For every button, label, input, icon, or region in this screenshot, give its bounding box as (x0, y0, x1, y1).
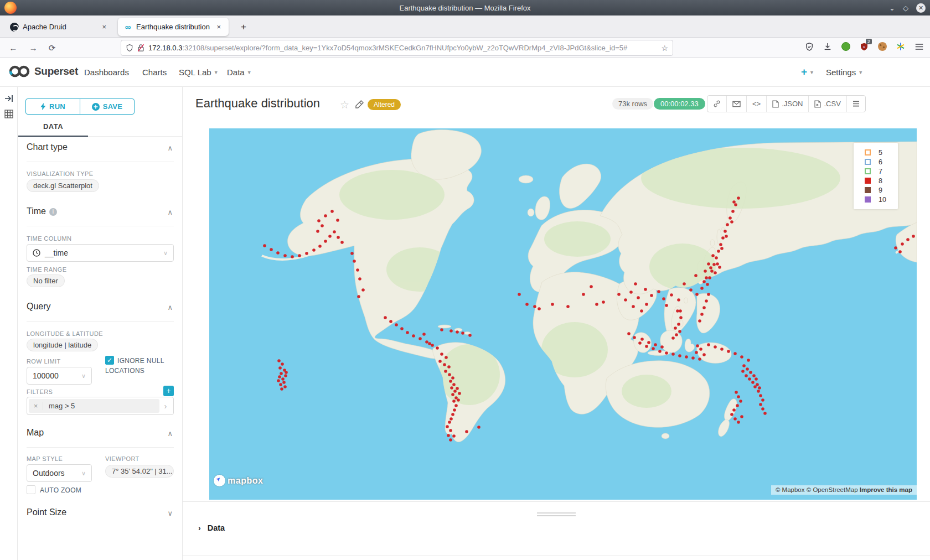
legend-swatch (865, 187, 871, 193)
map-canvas[interactable]: 5678910 mapbox © Mapbox © OpenStreetMap … (209, 128, 917, 500)
remove-filter-icon[interactable]: × (29, 402, 43, 410)
legend-item[interactable]: 7 (865, 167, 898, 176)
viewport-value[interactable]: 7° 35' 54.02" | 31... (105, 465, 174, 478)
copy-link-button[interactable] (707, 96, 727, 112)
chart-menu-icon[interactable] (847, 96, 865, 112)
url-text[interactable]: 172.18.0.3:32108/superset/explore/?form_… (148, 44, 657, 52)
filter-expand-icon[interactable]: › (159, 401, 172, 411)
tab-data[interactable]: DATA (18, 115, 88, 137)
add-filter-button[interactable]: + (163, 386, 174, 396)
reload-icon[interactable]: ⟳ (45, 42, 59, 55)
edit-properties-icon[interactable] (355, 100, 364, 108)
url-path: :32108/superset/explore/?form_data_key=1… (182, 44, 627, 52)
extension-icon-colorful[interactable] (895, 41, 906, 52)
world-map[interactable] (209, 128, 917, 500)
legend-item[interactable]: 8 (865, 176, 898, 185)
url-bar[interactable]: 172.18.0.3:32108/superset/explore/?form_… (121, 40, 673, 56)
adblock-shield-icon[interactable]: u 2 (859, 41, 870, 52)
maximize-icon[interactable]: ◇ (903, 4, 908, 12)
nav-sql-lab[interactable]: SQL Lab▼ (179, 68, 219, 77)
export-csv-button[interactable]: .CSV (809, 96, 846, 112)
tab-bar: Apache Druid × ∞ Earthquake distribution… (0, 15, 930, 38)
insecure-lock-icon[interactable] (137, 44, 144, 52)
chevron-up-icon: ∧ (167, 303, 173, 312)
legend-item[interactable]: 6 (865, 157, 898, 167)
ignore-null-checkbox[interactable]: ✓ (105, 356, 114, 365)
tab-apache-druid[interactable]: Apache Druid × (4, 18, 114, 36)
map-style-select[interactable]: Outdoors ∨ (27, 464, 92, 482)
tab-earthquake-distribution[interactable]: ∞ Earthquake distribution × (118, 18, 229, 36)
nav-data[interactable]: Data▼ (227, 68, 252, 77)
save-button[interactable]: SAVE (80, 99, 134, 114)
legend-label: 8 (879, 177, 882, 185)
expand-panel-icon[interactable] (4, 94, 14, 103)
extension-badge: 2 (866, 39, 872, 44)
window-titlebar[interactable]: Earthquake distribution — Mozilla Firefo… (0, 0, 930, 15)
embed-code-button[interactable]: <> (747, 96, 767, 112)
superset-navbar: Superset Dashboards Charts SQL Lab▼ Data… (0, 58, 930, 87)
favorite-star-icon[interactable]: ☆ (340, 98, 349, 111)
email-button[interactable] (727, 96, 747, 112)
clock-icon (33, 249, 40, 257)
mapbox-logo[interactable]: mapbox (214, 475, 263, 486)
superset-logo[interactable]: Superset (8, 64, 78, 79)
new-tab-button[interactable]: + (237, 20, 250, 34)
info-icon: i (49, 208, 57, 216)
tab-label: Earthquake distribution (136, 23, 214, 31)
tracking-shield-icon[interactable] (126, 44, 133, 52)
caret-down-icon: ▼ (214, 70, 219, 75)
map-legend: 5678910 (854, 143, 898, 209)
bookmark-star-icon[interactable]: ☆ (661, 44, 668, 53)
chevron-right-icon: › (198, 523, 201, 532)
time-range-value[interactable]: No filter (27, 274, 65, 287)
settings-menu[interactable]: Settings▼ (826, 68, 863, 77)
download-icon[interactable] (822, 41, 833, 52)
section-time[interactable]: Timei ∧ (27, 206, 174, 226)
forward-icon[interactable]: → (27, 42, 40, 55)
attribution-text[interactable]: © Mapbox © OpenStreetMap (776, 486, 858, 493)
row-limit-select[interactable]: 100000 ∨ (27, 367, 92, 385)
export-json-button[interactable]: .JSON (767, 96, 809, 112)
altered-badge[interactable]: Altered (368, 99, 401, 110)
run-button[interactable]: RUN (26, 99, 80, 114)
data-panel-toggle[interactable]: › Data (198, 523, 225, 532)
legend-label: 6 (879, 158, 882, 166)
legend-item[interactable]: 10 (865, 195, 898, 204)
map-style-label: MAP STYLE (27, 455, 63, 462)
window-title: Earthquake distribution — Mozilla Firefo… (0, 4, 930, 12)
tab-close-icon[interactable]: × (214, 22, 223, 32)
improve-map-link[interactable]: Improve this map (860, 486, 912, 493)
cookie-extension-icon[interactable] (877, 41, 888, 52)
viz-type-label: VISUALIZATION TYPE (27, 170, 94, 177)
legend-item[interactable]: 9 (865, 185, 898, 195)
svg-text:u: u (863, 44, 865, 48)
extension-icon-green[interactable] (840, 41, 851, 52)
section-point-size[interactable]: Point Size∨ (27, 507, 174, 527)
filter-chip[interactable]: × mag > 5 (29, 399, 159, 413)
nav-dashboards[interactable]: Dashboards (84, 68, 129, 77)
brand-name: Superset (34, 65, 78, 77)
auto-zoom-checkbox[interactable] (27, 485, 35, 494)
section-chart-type[interactable]: Chart type∧ (27, 142, 174, 162)
nav-charts[interactable]: Charts (142, 68, 167, 77)
legend-item[interactable]: 5 (865, 148, 898, 157)
legend-label: 9 (879, 186, 882, 194)
resize-drag-handle[interactable] (537, 512, 576, 518)
new-item-button[interactable]: +▼ (801, 66, 814, 78)
section-query[interactable]: Query∧ (27, 302, 174, 322)
panel-tab-bar: DATA (18, 115, 183, 137)
minimize-icon[interactable]: ⌄ (889, 4, 895, 12)
back-icon[interactable]: ← (7, 42, 20, 55)
firefox-icon (4, 2, 17, 14)
protections-shield-icon[interactable] (804, 41, 815, 52)
browser-window: Earthquake distribution — Mozilla Firefo… (0, 0, 930, 560)
dataset-grid-icon[interactable] (4, 109, 14, 119)
lonlat-value[interactable]: longitude | latitude (27, 339, 98, 351)
close-icon[interactable]: ✕ (916, 3, 926, 13)
viz-type-value[interactable]: deck.gl Scatterplot (27, 179, 99, 192)
tab-close-icon[interactable]: × (100, 22, 108, 32)
caret-down-icon: ▼ (858, 70, 863, 75)
section-map[interactable]: Map∧ (27, 428, 174, 448)
menu-hamburger-icon[interactable] (913, 41, 924, 52)
time-column-select[interactable]: __time ∨ (27, 244, 174, 262)
